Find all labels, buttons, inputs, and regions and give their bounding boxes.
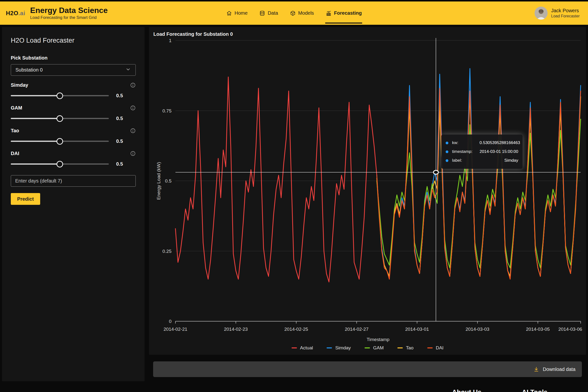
user-menu[interactable]: Jack Powers Load Forecaster — [534, 6, 580, 20]
tooltip-value: 2014-03-01 15:00:00 — [480, 149, 518, 154]
avatar-image — [534, 6, 548, 20]
tooltip-key: label: — [452, 158, 480, 163]
slider-thumb[interactable] — [56, 138, 63, 144]
slider-value: 0.5 — [116, 116, 123, 121]
tooltip-value: 0.5305395288166463 — [480, 140, 520, 145]
forecast-chart-card: Load Forecasting for Substation 0 00.250… — [149, 27, 586, 355]
footer-about-us-link[interactable]: About Us — [452, 388, 482, 392]
legend-swatch — [427, 348, 433, 348]
download-label: Download data — [543, 366, 576, 372]
slider-value: 0.5 — [116, 138, 123, 144]
svg-text:Timestamp: Timestamp — [366, 337, 389, 342]
sidebar-title: H2O Load Forecaster — [11, 37, 136, 44]
slider-label: GAM — [11, 105, 22, 111]
legend-label: Actual — [300, 345, 313, 350]
svg-text:2014-02-21: 2014-02-21 — [164, 326, 187, 332]
legend-label: Simday — [335, 345, 350, 350]
days-input[interactable] — [11, 175, 136, 187]
tooltip-row: timestamp:2014-03-01 15:00:00 — [446, 147, 518, 156]
svg-text:1: 1 — [169, 38, 172, 43]
app-header: H2O.ai Energy Data Science Load Forecast… — [0, 2, 588, 25]
info-icon[interactable] — [130, 151, 136, 156]
slider-group-simday: Simday0.5 — [11, 82, 136, 98]
slider-thumb[interactable] — [56, 92, 63, 99]
svg-text:2014-03-05: 2014-03-05 — [526, 326, 550, 332]
active-tab-underline — [325, 22, 362, 24]
svg-text:Energy Load (kW): Energy Load (kW) — [156, 162, 161, 200]
data-icon — [260, 10, 265, 16]
chart-title: Load Forecasting for Substation 0 — [153, 31, 582, 37]
forecaster-sidebar: H2O Load Forecaster Pick Substation Subs… — [2, 27, 144, 381]
substation-select[interactable]: Substation 0 — [11, 64, 136, 76]
svg-text:0: 0 — [169, 319, 172, 324]
forecast-line-chart[interactable]: 00.250.50.7512014-02-212014-02-232014-02… — [153, 38, 582, 343]
slider-track[interactable] — [11, 141, 109, 142]
logo-ai: .ai — [18, 10, 25, 16]
tooltip-row: kw:0.5305395288166463 — [446, 138, 518, 147]
home-icon — [226, 10, 232, 16]
chart-plot-area[interactable]: 00.250.50.7512014-02-212014-02-232014-02… — [153, 38, 582, 343]
nav-item-home[interactable]: Home — [226, 2, 248, 25]
nav-label: Home — [234, 10, 248, 16]
legend-item-actual[interactable]: Actual — [292, 345, 313, 350]
slider-thumb[interactable] — [56, 115, 63, 122]
svg-text:0.5: 0.5 — [165, 178, 172, 184]
legend-swatch — [292, 348, 297, 348]
svg-text:0.75: 0.75 — [162, 108, 172, 114]
forecasting-icon — [326, 10, 332, 16]
svg-text:2014-03-03: 2014-03-03 — [466, 326, 489, 332]
avatar[interactable] — [534, 6, 548, 20]
legend-swatch — [364, 348, 370, 348]
legend-label: DAI — [436, 345, 444, 350]
main-nav: HomeDataModelsForecasting — [226, 2, 362, 25]
nav-label: Forecasting — [334, 10, 362, 16]
info-icon[interactable] — [130, 82, 136, 88]
info-icon[interactable] — [130, 128, 136, 134]
user-role: Load Forecaster — [551, 14, 580, 18]
tooltip-dot-icon — [446, 150, 448, 153]
legend-item-simday[interactable]: Simday — [326, 345, 350, 350]
svg-text:2014-03-06: 2014-03-06 — [558, 326, 582, 332]
slider-track[interactable] — [11, 95, 109, 96]
chart-tooltip: kw:0.5305395288166463timestamp:2014-03-0… — [441, 134, 522, 169]
nav-item-forecasting[interactable]: Forecasting — [326, 2, 362, 25]
footer-ai-tools-link[interactable]: AI Tools — [522, 388, 548, 392]
nav-item-data[interactable]: Data — [260, 2, 278, 25]
download-data-bar[interactable]: Download data — [153, 362, 582, 377]
chevron-down-icon — [125, 66, 131, 74]
substation-select-value: Substation 0 — [16, 67, 43, 73]
slider-value: 0.5 — [116, 93, 123, 98]
info-icon[interactable] — [130, 105, 136, 111]
svg-text:2014-02-25: 2014-02-25 — [284, 326, 308, 332]
legend-label: GAM — [373, 345, 384, 350]
legend-swatch — [398, 348, 403, 348]
tooltip-dot-icon — [446, 159, 448, 162]
user-name: Jack Powers — [551, 8, 580, 14]
legend-item-tao[interactable]: Tao — [398, 345, 414, 350]
predict-button[interactable]: Predict — [11, 193, 40, 205]
slider-group-dai: DAI0.5 — [11, 151, 136, 167]
tooltip-dot-icon — [446, 142, 448, 144]
slider-group-gam: GAM0.5 — [11, 105, 136, 121]
pick-substation-label: Pick Substation — [11, 55, 136, 61]
tooltip-row: label:Simday — [446, 156, 518, 165]
slider-track[interactable] — [11, 118, 109, 119]
nav-item-models[interactable]: Models — [290, 2, 314, 25]
app-subtitle: Load Forecasting for the Smart Grid — [30, 15, 108, 20]
legend-item-dai[interactable]: DAI — [427, 345, 444, 350]
slider-label: DAI — [11, 151, 19, 156]
nav-label: Models — [298, 10, 314, 16]
slider-list: Simday0.5GAM0.5Tao0.5DAI0.5 — [11, 82, 136, 167]
logo-h2o: H2O — [6, 10, 18, 16]
legend-label: Tao — [406, 345, 414, 350]
legend-item-gam[interactable]: GAM — [364, 345, 384, 350]
app-title-block: Energy Data Science Load Forecasting for… — [30, 6, 108, 20]
slider-track[interactable] — [11, 164, 109, 165]
nav-label: Data — [268, 10, 278, 16]
slider-thumb[interactable] — [56, 161, 63, 167]
slider-group-tao: Tao0.5 — [11, 128, 136, 144]
legend-swatch — [326, 348, 332, 348]
app-title: Energy Data Science — [30, 6, 108, 15]
download-icon — [533, 366, 540, 372]
tooltip-key: kw: — [452, 140, 480, 145]
